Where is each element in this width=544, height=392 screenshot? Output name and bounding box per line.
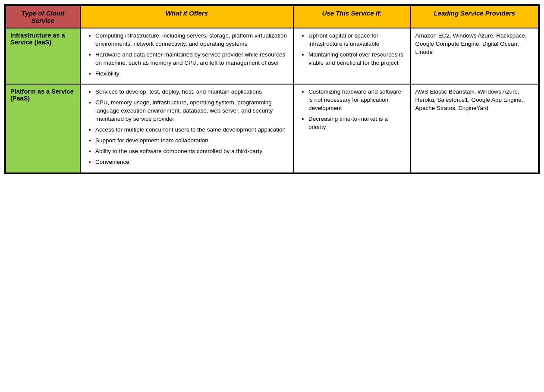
cloud-services-table: Type of Cloud Service What it Offers Use… [4,4,540,174]
offer-item: Support for development team collaborati… [95,137,289,145]
offer-item: CPU, memory usage, infrastructure, opera… [95,99,289,123]
table-row: Platform as a Service (PaaS)Services to … [6,84,538,172]
offer-item: Flexibility [95,70,289,78]
use-item: Decreasing time-to-market is a priority [308,115,406,132]
offers-cell-1: Services to develop, test, deploy, host,… [80,84,293,172]
type-cell-0: Infrastructure as a Service (IaaS) [6,28,80,84]
table-header-row: Type of Cloud Service What it Offers Use… [6,6,538,28]
offer-item: Computing infrastructure, including serv… [95,32,289,48]
offer-item: Services to develop, test, deploy, host,… [95,88,289,96]
use-item: Upfront capital or space for infrastruct… [308,32,406,48]
providers-cell-1: AWS Elastic Beanstalk, Windows Azure, He… [411,84,538,172]
header-use-if: Use This Service If: [293,6,411,28]
offer-item: Convenience [95,158,289,166]
header-providers: Leading Service Providers [411,6,538,28]
offers-cell-0: Computing infrastructure, including serv… [80,28,293,84]
type-cell-1: Platform as a Service (PaaS) [6,84,80,172]
offer-item: Hardware and data center maintained by s… [95,51,289,67]
providers-cell-0: Amazon EC2, Windows Azure, Rackspace, Go… [411,28,538,84]
offer-item: Ability to the use software components c… [95,147,289,156]
offer-item: Access for multiple concurrent users to … [95,126,289,134]
use-cell-1: Customizing hardware and software is not… [293,84,411,172]
use-cell-0: Upfront capital or space for infrastruct… [293,28,411,84]
header-offers: What it Offers [80,6,293,28]
use-item: Customizing hardware and software is not… [308,88,406,113]
header-type: Type of Cloud Service [6,6,80,28]
table-row: Infrastructure as a Service (IaaS)Comput… [6,28,538,84]
use-item: Maintaining control over resources is vi… [308,51,406,67]
